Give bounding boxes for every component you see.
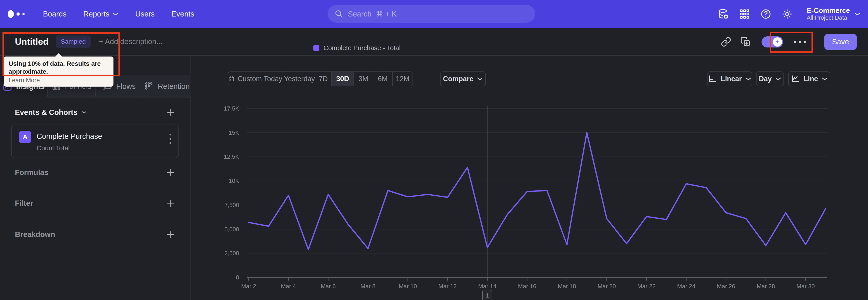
svg-text:Mar 24: Mar 24 [677,283,695,290]
line-chart[interactable]: 02,5005,0007,50010K12.5K15K17.5KMar 2Mar… [0,0,868,300]
svg-text:0: 0 [236,274,239,281]
svg-text:Mar 30: Mar 30 [797,283,815,290]
svg-text:Mar 12: Mar 12 [438,283,457,290]
svg-text:Mar 28: Mar 28 [757,283,775,290]
svg-text:Mar 16: Mar 16 [518,283,536,290]
svg-text:Mar 14: Mar 14 [478,283,497,290]
svg-text:5,000: 5,000 [224,226,239,233]
svg-text:10K: 10K [229,177,239,184]
svg-text:1: 1 [486,292,489,299]
svg-text:7,500: 7,500 [224,202,239,208]
svg-text:Mar 20: Mar 20 [598,283,616,290]
tooltip-text: Using 10% of data. Results are approxima… [8,60,108,76]
svg-text:15K: 15K [229,129,239,136]
svg-text:Mar 4: Mar 4 [281,283,296,290]
sampling-tooltip: Using 10% of data. Results are approxima… [4,57,114,87]
svg-text:Mar 22: Mar 22 [638,283,656,290]
svg-text:Mar 2: Mar 2 [241,283,256,290]
svg-text:Mar 26: Mar 26 [717,283,735,290]
series-complete-purchase-line[interactable] [249,133,826,249]
svg-text:2,500: 2,500 [224,250,239,257]
svg-text:12.5K: 12.5K [224,153,239,160]
svg-text:Mar 8: Mar 8 [361,283,375,290]
learn-more-link[interactable]: Learn More [8,77,40,84]
svg-text:Mar 10: Mar 10 [399,283,417,290]
svg-text:Mar 6: Mar 6 [321,283,336,290]
svg-text:Mar 18: Mar 18 [558,283,576,290]
svg-text:17.5K: 17.5K [224,105,239,112]
